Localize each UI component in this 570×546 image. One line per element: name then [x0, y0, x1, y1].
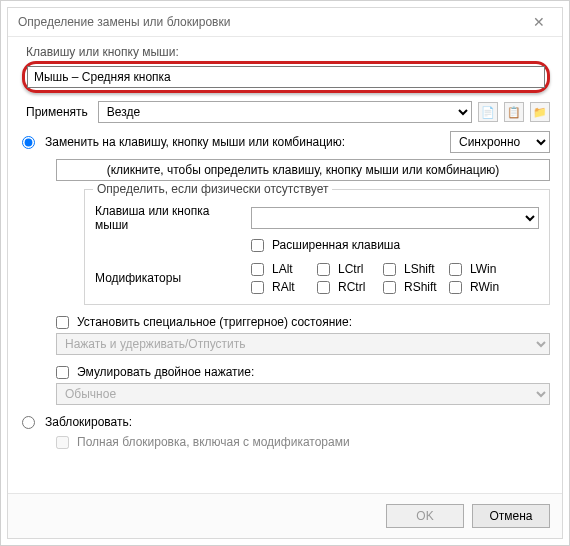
mod-ralt[interactable]: RAlt [251, 280, 307, 294]
trigger-row[interactable]: Установить специальное (триггерное) сост… [56, 315, 550, 329]
define-fieldset: Определить, если физически отсутствует К… [84, 189, 550, 305]
apply-select[interactable]: Везде [98, 101, 472, 123]
key-input[interactable] [27, 66, 545, 88]
trigger-checkbox[interactable] [56, 316, 69, 329]
ext-key-checkbox[interactable] [251, 239, 264, 252]
double-label: Эмулировать двойное нажатие: [77, 365, 254, 379]
window-title: Определение замены или блокировки [18, 15, 230, 29]
titlebar: Определение замены или блокировки ✕ [8, 8, 562, 37]
combo-hint-input[interactable] [56, 159, 550, 181]
fs-key-label: Клавиша или кнопка мыши [95, 204, 245, 232]
double-checkbox[interactable] [56, 366, 69, 379]
mod-rwin[interactable]: RWin [449, 280, 505, 294]
folder-icon[interactable]: 📁 [530, 102, 550, 122]
ext-key-row[interactable]: Расширенная клавиша [251, 238, 400, 252]
new-icon[interactable]: 📄 [478, 102, 498, 122]
close-icon[interactable]: ✕ [524, 14, 554, 30]
key-label: Клавишу или кнопку мыши: [26, 45, 550, 59]
full-block-label: Полная блокировка, включая с модификатор… [77, 435, 350, 449]
footer: OK Отмена [8, 493, 562, 538]
key-field-highlight [22, 61, 550, 93]
mod-lctrl[interactable]: LCtrl [317, 262, 373, 276]
block-label: Заблокировать: [45, 415, 132, 429]
sync-select[interactable]: Синхронно [450, 131, 550, 153]
replace-radio[interactable] [22, 136, 35, 149]
mod-lalt[interactable]: LAlt [251, 262, 307, 276]
trigger-label: Установить специальное (триггерное) сост… [77, 315, 352, 329]
ext-key-label: Расширенная клавиша [272, 238, 400, 252]
trigger-select: Нажать и удерживать/Отпустить [56, 333, 550, 355]
replace-label: Заменить на клавишу, кнопку мыши или ком… [45, 135, 345, 149]
block-radio[interactable] [22, 416, 35, 429]
fieldset-legend: Определить, если физически отсутствует [93, 182, 332, 196]
cancel-button[interactable]: Отмена [472, 504, 550, 528]
fs-key-select[interactable] [251, 207, 539, 229]
double-select: Обычное [56, 383, 550, 405]
mod-lshift[interactable]: LShift [383, 262, 439, 276]
mod-rctrl[interactable]: RCtrl [317, 280, 373, 294]
full-block-checkbox [56, 436, 69, 449]
copy-icon[interactable]: 📋 [504, 102, 524, 122]
mods-label: Модификаторы [95, 271, 245, 285]
dialog-window: Определение замены или блокировки ✕ Клав… [7, 7, 563, 539]
mod-rshift[interactable]: RShift [383, 280, 439, 294]
mod-lwin[interactable]: LWin [449, 262, 505, 276]
double-row[interactable]: Эмулировать двойное нажатие: [56, 365, 550, 379]
full-block-row: Полная блокировка, включая с модификатор… [56, 435, 550, 449]
apply-label: Применять [26, 105, 88, 119]
ok-button: OK [386, 504, 464, 528]
